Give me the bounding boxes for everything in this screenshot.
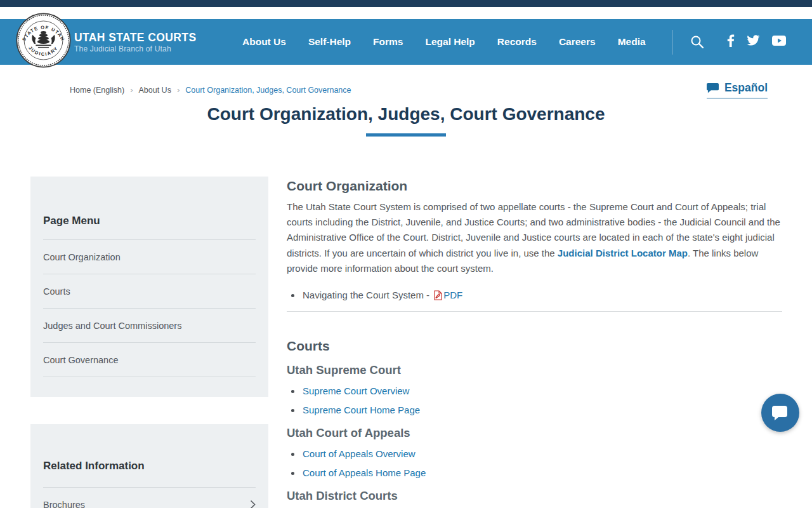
list-item: Navigating the Court System - PDF xyxy=(287,288,782,302)
nav-about-us[interactable]: About Us xyxy=(242,36,286,48)
youtube-icon[interactable] xyxy=(772,36,786,48)
sidebar-item-court-organization[interactable]: Court Organization xyxy=(43,240,256,274)
chevron-right-icon xyxy=(250,500,256,508)
sidebar-item-label: Brochures xyxy=(43,500,85,508)
section-heading-courts: Courts xyxy=(287,338,782,354)
state-seal-logo[interactable]: STATE OF UTAH JUDICIARY xyxy=(16,13,71,68)
breadcrumb-home[interactable]: Home (English) xyxy=(70,86,124,95)
list-item: Supreme Court Home Page xyxy=(287,403,782,417)
court-of-appeals-overview-link[interactable]: Court of Appeals Overview xyxy=(303,448,416,459)
sidebar-item-label: Court Governance xyxy=(43,355,118,365)
nav-records[interactable]: Records xyxy=(497,36,537,48)
page-title: Court Organization, Judges, Court Govern… xyxy=(0,104,812,124)
sidebar-item-label: Court Organization xyxy=(43,252,121,262)
language-toggle[interactable]: Español xyxy=(707,81,768,98)
chat-bubble-icon xyxy=(771,404,790,422)
brand[interactable]: UTAH STATE COURTS The Judicial Branch of… xyxy=(74,31,196,54)
main-content: Court Organization The Utah State Court … xyxy=(287,171,782,503)
social-links xyxy=(727,19,786,65)
judicial-district-locator-map-link[interactable]: Judicial District Locator Map xyxy=(558,248,688,258)
court-of-appeals-home-page-link[interactable]: Court of Appeals Home Page xyxy=(303,467,426,478)
sidebar-item-judges-and-court-commissioners[interactable]: Judges and Court Commissioners xyxy=(43,309,256,343)
top-accent-bar xyxy=(0,0,812,7)
section-heading-court-organization: Court Organization xyxy=(287,178,782,194)
speech-bubble-icon xyxy=(707,83,719,93)
twitter-icon[interactable] xyxy=(747,35,760,49)
supreme-court-home-page-link[interactable]: Supreme Court Home Page xyxy=(303,404,420,415)
brand-subtitle: The Judicial Branch of Utah xyxy=(74,44,196,54)
language-toggle-label: Español xyxy=(724,81,768,95)
court-of-appeals-links: Court of Appeals Overview Court of Appea… xyxy=(287,447,782,480)
nav-self-help[interactable]: Self-Help xyxy=(308,36,351,48)
sidebar-item-court-governance[interactable]: Court Governance xyxy=(43,343,256,377)
supreme-court-overview-link[interactable]: Supreme Court Overview xyxy=(303,385,409,396)
list-item: Supreme Court Overview xyxy=(287,384,782,398)
brand-title: UTAH STATE COURTS xyxy=(74,31,196,44)
nav-forms[interactable]: Forms xyxy=(373,36,403,48)
related-information-box: Related Information Brochures xyxy=(30,424,268,508)
nav-divider xyxy=(672,30,673,55)
page-menu-title: Page Menu xyxy=(43,215,256,227)
nav-media[interactable]: Media xyxy=(618,36,646,48)
search-button[interactable] xyxy=(690,34,705,50)
chevron-right-icon: › xyxy=(177,86,180,94)
search-icon xyxy=(690,34,705,50)
main-nav: About Us Self-Help Forms Legal Help Reco… xyxy=(242,19,646,65)
sidebar-item-label: Judges and Court Commissioners xyxy=(43,321,181,331)
chat-launcher-button[interactable] xyxy=(761,394,799,432)
subsection-utah-court-of-appeals: Utah Court of Appeals xyxy=(287,426,782,440)
facebook-icon[interactable] xyxy=(727,34,735,50)
nav-careers[interactable]: Careers xyxy=(559,36,596,48)
list-item: Court of Appeals Home Page xyxy=(287,466,782,480)
related-information-title: Related Information xyxy=(43,460,256,472)
chevron-right-icon: › xyxy=(130,86,133,94)
breadcrumb-about-us[interactable]: About Us xyxy=(138,86,171,95)
subsection-utah-district-courts: Utah District Courts xyxy=(287,489,782,503)
sidebar-item-brochures[interactable]: Brochures xyxy=(43,488,256,508)
court-organization-paragraph: The Utah State Court System is comprised… xyxy=(287,199,782,276)
breadcrumb: Home (English) › About Us › Court Organi… xyxy=(70,86,351,95)
subsection-utah-supreme-court: Utah Supreme Court xyxy=(287,363,782,377)
sidebar-item-label: Courts xyxy=(43,286,70,297)
page-menu-box: Page Menu Court Organization Courts Judg… xyxy=(30,177,268,397)
list-item: Court of Appeals Overview xyxy=(287,447,782,461)
nav-legal-help[interactable]: Legal Help xyxy=(425,36,475,48)
bullet-text: Navigating the Court System - xyxy=(303,290,432,300)
sidebar-item-courts[interactable]: Courts xyxy=(43,274,256,309)
court-organization-links: Navigating the Court System - PDF xyxy=(287,288,782,302)
section-divider xyxy=(287,311,782,312)
title-accent-bar xyxy=(366,133,446,137)
supreme-court-links: Supreme Court Overview Supreme Court Hom… xyxy=(287,384,782,417)
navigating-court-system-pdf-link[interactable]: PDF xyxy=(443,290,462,300)
breadcrumb-current[interactable]: Court Organization, Judges, Court Govern… xyxy=(185,86,351,95)
pdf-file-icon xyxy=(433,290,443,300)
